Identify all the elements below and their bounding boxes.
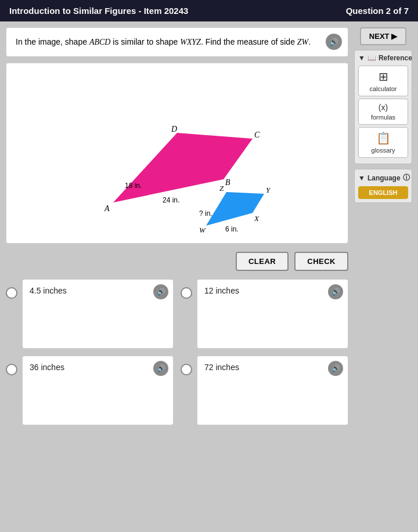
main-layout: 🔊 In the image, shape ABCD is similar to…: [0, 21, 418, 431]
choice-c-sound-button[interactable]: 🔊: [153, 361, 168, 376]
vertex-a: A: [104, 204, 110, 213]
question-text: In the image, shape ABCD is similar to s…: [16, 37, 311, 46]
calculator-tool-button[interactable]: ⊞ calculator: [358, 66, 408, 96]
language-label: Language: [367, 174, 401, 182]
choice-b-sound-button[interactable]: 🔊: [328, 284, 343, 299]
choices-grid: 🔊 4.5 inches 🔊 12 inches 🔊 36 inches: [6, 279, 348, 425]
shape-abcd: [113, 133, 253, 202]
reference-label: Reference: [379, 54, 412, 62]
question-box: 🔊 In the image, shape ABCD is similar to…: [6, 27, 348, 57]
choice-d-radio[interactable]: [181, 364, 192, 375]
choice-a-item: 🔊 4.5 inches: [6, 279, 174, 349]
language-triangle-icon: ▼: [358, 174, 365, 182]
side-ab-label: 18 in.: [125, 182, 142, 190]
page-header: Introduction to Similar Figures - Item 2…: [0, 0, 418, 21]
question-sound-button[interactable]: 🔊: [326, 34, 342, 50]
vertex-w: W: [199, 226, 206, 234]
choice-b-card[interactable]: 🔊 12 inches: [197, 279, 348, 349]
choice-a-card[interactable]: 🔊 4.5 inches: [22, 279, 174, 349]
vertex-z: Z: [219, 184, 224, 193]
diagram-svg: A B C D 18 in. 24 in. W X Y Z ? in.: [73, 69, 282, 237]
choice-b-radio[interactable]: [181, 287, 192, 299]
action-row: CLEAR CHECK: [6, 252, 348, 271]
language-english-button[interactable]: ENGLISH: [358, 186, 408, 199]
choice-d-item: 🔊 72 inches: [181, 356, 348, 425]
choice-d-label: 72 inches: [204, 363, 239, 372]
check-button[interactable]: CHECK: [294, 252, 348, 271]
choice-a-sound-button[interactable]: 🔊: [153, 284, 168, 299]
formulas-tool-button[interactable]: (x) formulas: [358, 99, 408, 125]
glossary-tool-button[interactable]: 📋 glossary: [358, 127, 408, 158]
side-wz-label: ? in.: [199, 209, 212, 218]
choice-c-label: 36 inches: [30, 363, 64, 372]
choice-c-radio[interactable]: [6, 364, 17, 375]
choice-d-card[interactable]: 🔊 72 inches: [197, 356, 348, 425]
side-wx-label: 6 in.: [225, 225, 239, 233]
formulas-label: formulas: [371, 114, 395, 121]
reference-section: ▼ 📖 Reference ⊞ calculator (x) formulas …: [354, 50, 412, 164]
calculator-icon: ⊞: [379, 70, 388, 84]
choice-a-radio[interactable]: [6, 287, 17, 299]
formulas-icon: (x): [379, 103, 388, 112]
vertex-c: C: [254, 131, 260, 139]
glossary-icon: 📋: [376, 131, 391, 145]
reference-book-icon: 📖: [367, 54, 376, 62]
reference-triangle-icon: ▼: [358, 54, 365, 62]
choice-d-sound-button[interactable]: 🔊: [328, 361, 343, 376]
right-sidebar: NEXT ▶ ▼ 📖 Reference ⊞ calculator (x) fo…: [354, 27, 412, 425]
choice-b-item: 🔊 12 inches: [181, 279, 348, 349]
choice-a-label: 4.5 inches: [30, 286, 67, 295]
choice-c-card[interactable]: 🔊 36 inches: [22, 356, 174, 425]
calculator-label: calculator: [369, 85, 397, 92]
vertex-b: B: [225, 178, 230, 187]
glossary-label: glossary: [372, 147, 395, 154]
question-info: Question 2 of 7: [346, 6, 409, 16]
vertex-d: D: [171, 125, 177, 133]
reference-header[interactable]: ▼ 📖 Reference: [358, 54, 408, 62]
vertex-y: Y: [266, 186, 271, 194]
choice-b-label: 12 inches: [204, 286, 239, 295]
language-info-icon: ⓘ: [403, 173, 410, 183]
clear-button[interactable]: CLEAR: [236, 252, 289, 271]
language-section: ▼ Language ⓘ ENGLISH: [354, 169, 412, 203]
vertex-x: X: [254, 214, 260, 223]
next-button[interactable]: NEXT ▶: [360, 27, 406, 45]
choice-c-item: 🔊 36 inches: [6, 356, 174, 425]
language-header[interactable]: ▼ Language ⓘ: [358, 173, 408, 183]
left-panel: 🔊 In the image, shape ABCD is similar to…: [6, 27, 348, 425]
side-label-24: 24 in.: [163, 196, 179, 204]
diagram-box: A B C D 18 in. 24 in. W X Y Z ? in.: [6, 63, 348, 244]
page-title: Introduction to Similar Figures - Item 2…: [9, 6, 188, 16]
